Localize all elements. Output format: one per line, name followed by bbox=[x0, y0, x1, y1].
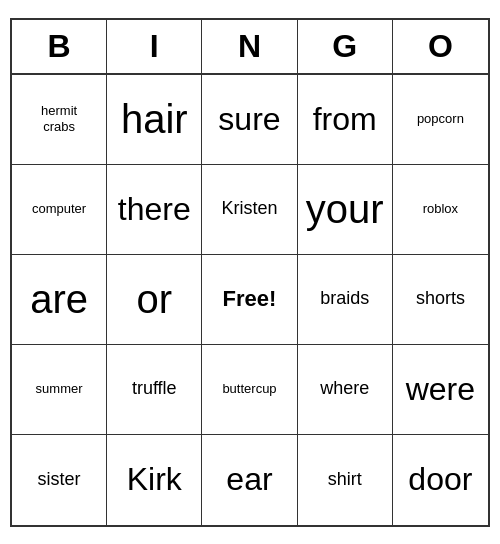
cell-text: hair bbox=[121, 95, 188, 143]
bingo-cell: Kristen bbox=[202, 165, 297, 255]
bingo-cell: or bbox=[107, 255, 202, 345]
cell-text: or bbox=[137, 275, 173, 323]
bingo-cell: buttercup bbox=[202, 345, 297, 435]
header-letter: O bbox=[393, 20, 488, 73]
header-letter: I bbox=[107, 20, 202, 73]
bingo-cell: sister bbox=[12, 435, 107, 525]
cell-text: truffle bbox=[132, 378, 177, 400]
bingo-cell: truffle bbox=[107, 345, 202, 435]
cell-text: shorts bbox=[416, 288, 465, 310]
bingo-cell: roblox bbox=[393, 165, 488, 255]
bingo-cell: hair bbox=[107, 75, 202, 165]
bingo-cell: sure bbox=[202, 75, 297, 165]
bingo-cell: door bbox=[393, 435, 488, 525]
cell-text: sure bbox=[218, 100, 280, 138]
cell-text: are bbox=[30, 275, 88, 323]
cell-text: braids bbox=[320, 288, 369, 310]
bingo-cell: popcorn bbox=[393, 75, 488, 165]
cell-text: buttercup bbox=[222, 381, 276, 397]
cell-text: computer bbox=[32, 201, 86, 217]
bingo-cell: Kirk bbox=[107, 435, 202, 525]
bingo-grid: hermit crabshairsurefrompopcorncomputert… bbox=[12, 75, 488, 525]
cell-text: where bbox=[320, 378, 369, 400]
cell-text: ear bbox=[226, 460, 272, 498]
bingo-cell: were bbox=[393, 345, 488, 435]
cell-text: popcorn bbox=[417, 111, 464, 127]
cell-text: Kirk bbox=[127, 460, 182, 498]
bingo-cell: hermit crabs bbox=[12, 75, 107, 165]
cell-text: Free! bbox=[223, 286, 277, 312]
bingo-cell: where bbox=[298, 345, 393, 435]
bingo-cell: shirt bbox=[298, 435, 393, 525]
header-letter: N bbox=[202, 20, 297, 73]
bingo-cell: computer bbox=[12, 165, 107, 255]
cell-text: summer bbox=[36, 381, 83, 397]
bingo-cell: your bbox=[298, 165, 393, 255]
cell-text: sister bbox=[38, 469, 81, 491]
bingo-cell: summer bbox=[12, 345, 107, 435]
bingo-cell: shorts bbox=[393, 255, 488, 345]
bingo-cell: braids bbox=[298, 255, 393, 345]
cell-text: door bbox=[408, 460, 472, 498]
bingo-card: BINGO hermit crabshairsurefrompopcorncom… bbox=[10, 18, 490, 527]
bingo-header: BINGO bbox=[12, 20, 488, 75]
bingo-cell: there bbox=[107, 165, 202, 255]
bingo-cell: Free! bbox=[202, 255, 297, 345]
bingo-cell: from bbox=[298, 75, 393, 165]
cell-text: hermit crabs bbox=[41, 103, 77, 134]
cell-text: your bbox=[306, 185, 384, 233]
bingo-cell: ear bbox=[202, 435, 297, 525]
cell-text: roblox bbox=[423, 201, 458, 217]
header-letter: G bbox=[298, 20, 393, 73]
header-letter: B bbox=[12, 20, 107, 73]
bingo-cell: are bbox=[12, 255, 107, 345]
cell-text: shirt bbox=[328, 469, 362, 491]
cell-text: Kristen bbox=[221, 198, 277, 220]
cell-text: from bbox=[313, 100, 377, 138]
cell-text: were bbox=[406, 370, 475, 408]
cell-text: there bbox=[118, 190, 191, 228]
